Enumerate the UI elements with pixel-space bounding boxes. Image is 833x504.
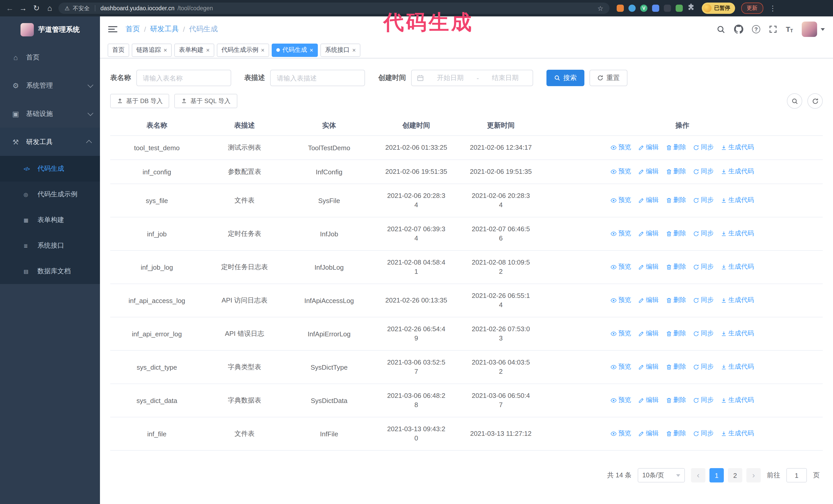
browser-update-button[interactable]: 更新 [741, 3, 763, 14]
sidebar-item-codegen[interactable]: </> 代码生成 [0, 156, 100, 182]
edit-link[interactable]: 编辑 [638, 396, 659, 405]
preview-link[interactable]: 预览 [611, 363, 631, 371]
sync-link[interactable]: 同步 [693, 263, 714, 271]
close-icon[interactable]: × [310, 46, 313, 54]
delete-link[interactable]: 删除 [666, 167, 686, 176]
date-range-picker[interactable]: 开始日期 - 结束日期 [411, 70, 533, 86]
preview-link[interactable]: 预览 [611, 429, 631, 438]
breadcrumb-home[interactable]: 首页 [125, 25, 140, 34]
delete-link[interactable]: 删除 [666, 396, 686, 405]
tab-codegen[interactable]: 代码生成× [272, 43, 318, 57]
edit-link[interactable]: 编辑 [638, 196, 659, 205]
sidebar-item-system-api[interactable]: ≣ 系统接口 [0, 233, 100, 258]
edit-link[interactable]: 编辑 [638, 296, 659, 305]
refresh-table-button[interactable] [807, 93, 823, 109]
prev-page-button[interactable]: ‹ [691, 468, 705, 482]
preview-link[interactable]: 预览 [611, 263, 631, 271]
generate-code-link[interactable]: 生成代码 [721, 296, 754, 305]
delete-link[interactable]: 删除 [666, 230, 686, 238]
edit-link[interactable]: 编辑 [638, 429, 659, 438]
sidebar-item-devtools[interactable]: ⚒ 研发工具 [0, 128, 100, 156]
sidebar-item-db-docs[interactable]: ▤ 数据库文档 [0, 258, 100, 284]
forward-icon[interactable]: → [19, 0, 28, 17]
generate-code-link[interactable]: 生成代码 [721, 363, 754, 371]
generate-code-link[interactable]: 生成代码 [721, 263, 754, 271]
delete-link[interactable]: 删除 [666, 196, 686, 205]
fullscreen-icon[interactable] [769, 25, 777, 33]
tab-form-builder[interactable]: 表单构建× [174, 43, 214, 57]
back-icon[interactable]: ← [5, 0, 14, 17]
edit-link[interactable]: 编辑 [638, 330, 659, 338]
preview-link[interactable]: 预览 [611, 167, 631, 176]
reload-icon[interactable]: ↻ [32, 0, 41, 17]
sync-link[interactable]: 同步 [693, 230, 714, 238]
sidebar-item-form-builder[interactable]: ▦ 表单构建 [0, 207, 100, 233]
home-icon[interactable]: ⌂ [45, 0, 54, 17]
delete-link[interactable]: 删除 [666, 330, 686, 338]
bookmark-star-icon[interactable]: ☆ [597, 4, 603, 12]
extension-people-icon[interactable] [652, 5, 659, 12]
sync-link[interactable]: 同步 [693, 167, 714, 176]
import-sql-button[interactable]: 基于 SQL 导入 [174, 94, 237, 108]
tab-home[interactable]: 首页 [108, 43, 129, 57]
sync-link[interactable]: 同步 [693, 396, 714, 405]
edit-link[interactable]: 编辑 [638, 143, 659, 152]
sidebar-item-home[interactable]: ⌂ 首页 [0, 43, 100, 71]
toggle-search-button[interactable] [787, 93, 802, 109]
preview-link[interactable]: 预览 [611, 143, 631, 152]
generate-code-link[interactable]: 生成代码 [721, 396, 754, 405]
edit-link[interactable]: 编辑 [638, 167, 659, 176]
extension-dark-icon[interactable] [664, 5, 671, 12]
sync-link[interactable]: 同步 [693, 429, 714, 438]
delete-link[interactable]: 删除 [666, 263, 686, 271]
reset-button[interactable]: 重置 [590, 70, 627, 86]
preview-link[interactable]: 预览 [611, 330, 631, 338]
search-icon[interactable] [717, 25, 725, 33]
extension-blue-icon[interactable] [628, 5, 636, 12]
delete-link[interactable]: 删除 [666, 143, 686, 152]
page-size-select[interactable]: 10条/页 [638, 468, 685, 482]
sidebar-item-system[interactable]: ⚙ 系统管理 [0, 71, 100, 99]
sync-link[interactable]: 同步 [693, 196, 714, 205]
goto-page-input[interactable] [786, 468, 807, 482]
sidebar-item-codegen-example[interactable]: ◎ 代码生成示例 [0, 182, 100, 207]
generate-code-link[interactable]: 生成代码 [721, 429, 754, 438]
table-desc-input[interactable] [270, 70, 365, 86]
sync-link[interactable]: 同步 [693, 296, 714, 305]
import-db-button[interactable]: 基于 DB 导入 [110, 94, 169, 108]
preview-link[interactable]: 预览 [611, 230, 631, 238]
next-page-button[interactable]: › [746, 468, 761, 482]
generate-code-link[interactable]: 生成代码 [721, 230, 754, 238]
generate-code-link[interactable]: 生成代码 [721, 143, 754, 152]
delete-link[interactable]: 删除 [666, 363, 686, 371]
help-icon[interactable]: ? [752, 25, 760, 33]
extension-leaf-icon[interactable] [675, 5, 683, 12]
page-button-1[interactable]: 1 [710, 468, 724, 482]
preview-link[interactable]: 预览 [611, 396, 631, 405]
sync-link[interactable]: 同步 [693, 330, 714, 338]
delete-link[interactable]: 删除 [666, 429, 686, 438]
extension-vue-devtools-icon[interactable]: V [640, 5, 647, 12]
sidebar-item-infra[interactable]: ▣ 基础设施 [0, 99, 100, 128]
tab-system-api[interactable]: 系统接口× [320, 43, 360, 57]
table-name-input[interactable] [136, 70, 231, 86]
preview-link[interactable]: 预览 [611, 296, 631, 305]
preview-link[interactable]: 预览 [611, 196, 631, 205]
sync-link[interactable]: 同步 [693, 143, 714, 152]
search-button[interactable]: 搜索 [546, 70, 585, 86]
github-icon[interactable] [734, 25, 743, 34]
address-bar[interactable]: ⚠ 不安全 dashboard.yudao.iocoder.cn/tool/co… [58, 3, 610, 14]
breadcrumb-devtools[interactable]: 研发工具 [150, 25, 179, 34]
extensions-puzzle-icon[interactable] [687, 4, 695, 13]
delete-link[interactable]: 删除 [666, 296, 686, 305]
close-icon[interactable]: × [164, 46, 167, 54]
edit-link[interactable]: 编辑 [638, 263, 659, 271]
tab-tracing[interactable]: 链路追踪× [132, 43, 172, 57]
close-icon[interactable]: × [352, 46, 356, 54]
user-menu[interactable] [802, 22, 825, 37]
close-icon[interactable]: × [206, 46, 210, 54]
browser-menu-icon[interactable]: ⋮ [769, 4, 776, 12]
generate-code-link[interactable]: 生成代码 [721, 167, 754, 176]
font-size-icon[interactable]: TT [786, 25, 793, 33]
tab-codegen-example[interactable]: 代码生成示例× [217, 43, 269, 57]
